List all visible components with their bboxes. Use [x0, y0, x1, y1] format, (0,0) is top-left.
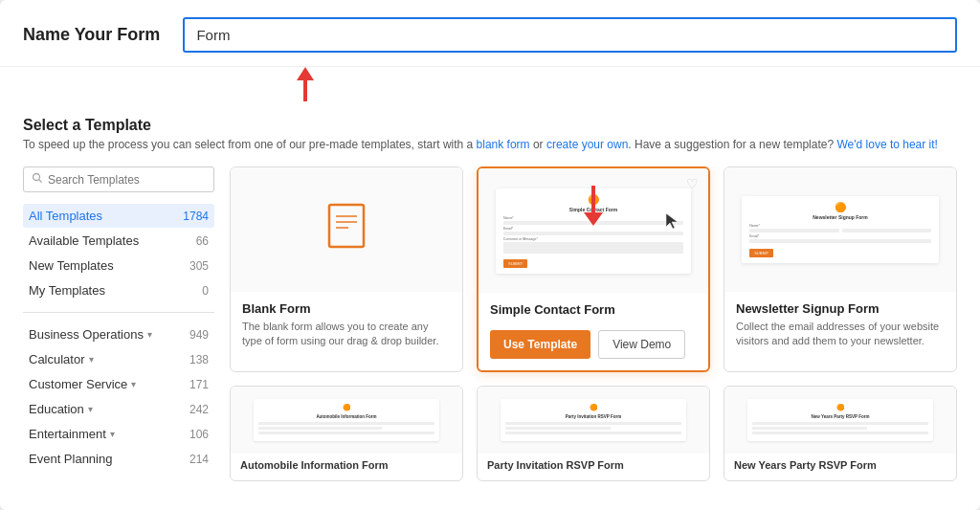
template-card-body-party-rsvp: Party Invitation RSVP Form — [478, 454, 709, 477]
template-card-simple-contact[interactable]: ♡ 🟠 Simple Contact Form Name* — [477, 166, 710, 372]
template-card-body-automobile: Automobile Information Form — [231, 454, 462, 477]
hear-it-link[interactable]: We'd love to hear it! — [836, 138, 937, 151]
sidebar-category-entertainment[interactable]: Entertainment ▾ 106 — [23, 422, 214, 446]
template-name-automobile: Automobile Information Form — [240, 459, 389, 471]
template-preview-party-rsvp: 🟠 Party Invitation RSVP Form — [478, 387, 709, 454]
template-preview-simple-contact: ♡ 🟠 Simple Contact Form Name* — [479, 168, 708, 293]
svg-point-0 — [33, 174, 40, 181]
template-preview-new-years: 🟠 New Years Party RSVP Form — [724, 387, 956, 454]
create-own-link[interactable]: create your own — [546, 138, 628, 151]
blank-form-icon — [327, 203, 366, 257]
sidebar-item-my-templates[interactable]: My Templates 0 — [23, 278, 214, 302]
template-name-blank: Blank Form — [242, 301, 451, 316]
chevron-down-icon: ▾ — [131, 379, 136, 389]
mini-form-preview-newsletter: 🟠 Newsletter Signup Form Name* Email — [742, 196, 939, 263]
sidebar-divider — [23, 312, 214, 313]
chevron-down-icon: ▾ — [110, 429, 115, 439]
template-card-body-new-years: New Years Party RSVP Form — [724, 454, 956, 477]
template-actions-simple-contact: Use Template View Demo — [479, 330, 708, 370]
template-name-new-years: New Years Party RSVP Form — [734, 459, 877, 471]
svg-marker-6 — [666, 213, 678, 229]
template-preview-newsletter: 🟠 Newsletter Signup Form Name* Email — [724, 167, 956, 292]
template-desc-newsletter: Collect the email addresses of your webs… — [736, 320, 945, 349]
cursor-indicator — [664, 211, 679, 233]
sidebar-item-all-templates[interactable]: All Templates 1784 — [23, 204, 214, 228]
sidebar-item-available-templates[interactable]: Available Templates 66 — [23, 229, 214, 253]
sidebar-category-education[interactable]: Education ▾ 242 — [23, 397, 214, 421]
template-card-party-rsvp[interactable]: 🟠 Party Invitation RSVP Form Party Invit… — [477, 386, 710, 481]
sidebar-category-business-operations[interactable]: Business Operations ▾ 949 — [23, 322, 214, 346]
form-name-input[interactable] — [183, 17, 957, 53]
chevron-down-icon: ▾ — [88, 404, 93, 414]
template-preview-blank — [231, 167, 462, 292]
template-card-body-blank: Blank Form The blank form allows you to … — [231, 292, 462, 359]
up-arrow-annotation — [297, 67, 314, 101]
template-card-body-simple-contact: Simple Contact Form — [479, 293, 708, 330]
template-card-body-newsletter: Newsletter Signup Form Collect the email… — [724, 292, 956, 359]
search-box[interactable] — [23, 166, 214, 192]
template-name-simple-contact: Simple Contact Form — [490, 302, 697, 317]
template-card-new-years[interactable]: 🟠 New Years Party RSVP Form New Years Pa… — [724, 386, 957, 481]
search-input[interactable] — [48, 173, 206, 187]
template-card-automobile[interactable]: 🟠 Automobile Information Form Automobile… — [230, 386, 463, 481]
sidebar-category-calculator[interactable]: Calculator ▾ 138 — [23, 347, 214, 371]
heart-icon[interactable]: ♡ — [686, 176, 699, 191]
blank-form-link[interactable]: blank form — [477, 138, 530, 151]
template-name-newsletter: Newsletter Signup Form — [736, 301, 945, 316]
select-template-section: Select a Template To speed up the proces… — [0, 109, 980, 155]
view-demo-button[interactable]: View Demo — [598, 330, 685, 359]
use-template-button[interactable]: Use Template — [490, 330, 590, 359]
sidebar: All Templates 1784 Available Templates 6… — [23, 166, 214, 481]
chevron-down-icon: ▾ — [147, 329, 152, 340]
sidebar-category-event-planning[interactable]: Event Planning 214 — [23, 447, 214, 471]
sidebar-category-customer-service[interactable]: Customer Service ▾ 171 — [23, 372, 214, 396]
form-name-label: Name Your Form — [23, 25, 160, 45]
chevron-down-icon: ▾ — [89, 354, 94, 365]
template-preview-automobile: 🟠 Automobile Information Form — [231, 387, 462, 454]
search-icon — [32, 172, 43, 187]
template-name-party-rsvp: Party Invitation RSVP Form — [487, 459, 624, 471]
svg-rect-2 — [329, 205, 364, 247]
sidebar-item-new-templates[interactable]: New Templates 305 — [23, 254, 214, 277]
mini-form-preview: 🟠 Simple Contact Form Name* Email* — [496, 188, 691, 274]
svg-line-1 — [39, 180, 42, 183]
select-template-title: Select a Template — [23, 117, 957, 134]
select-template-desc: To speed up the process you can select f… — [23, 138, 957, 151]
template-desc-blank: The blank form allows you to create any … — [242, 320, 451, 349]
template-card-blank-form[interactable]: Blank Form The blank form allows you to … — [230, 166, 463, 372]
template-card-newsletter[interactable]: 🟠 Newsletter Signup Form Name* Email — [724, 166, 957, 372]
